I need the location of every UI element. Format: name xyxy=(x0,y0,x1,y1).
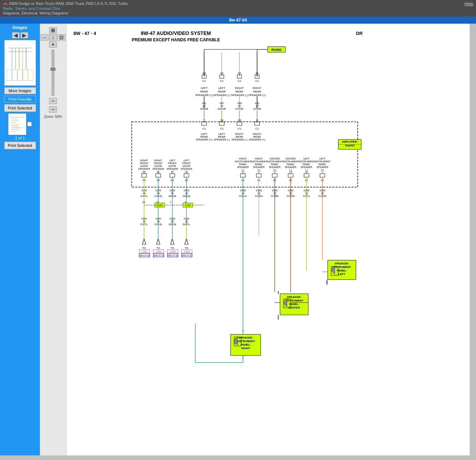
svg-text:C1: C1 xyxy=(202,127,206,130)
zoom-in-btn[interactable]: + xyxy=(49,41,57,48)
zoom-fit-height-btn[interactable]: ↕ xyxy=(49,34,57,41)
svg-text:INSTRUMENT: INSTRUMENT xyxy=(333,265,351,269)
svg-text:19: 19 xyxy=(238,119,241,122)
svg-text:LEFT: LEFT xyxy=(183,159,190,162)
svg-text:SPEAKER-: SPEAKER- xyxy=(287,295,302,299)
svg-text:PREMIUM EXCEPT HANDS FREE CAPA: PREMIUM EXCEPT HANDS FREE CAPABLE xyxy=(132,37,220,42)
svg-text:18: 18 xyxy=(157,220,160,223)
svg-text:11: 11 xyxy=(242,171,244,173)
svg-text:LEFT: LEFT xyxy=(201,86,208,90)
svg-text:18: 18 xyxy=(143,220,145,223)
svg-text:RIGHT: RIGHT xyxy=(242,347,250,350)
car-icon: 🚗 xyxy=(3,1,8,6)
svg-text:18: 18 xyxy=(171,220,174,223)
svg-text:INSTRUMENT: INSTRUMENT xyxy=(314,160,331,163)
svg-text:18: 18 xyxy=(171,192,174,195)
svg-text:C1: C1 xyxy=(255,127,259,130)
svg-text:11: 11 xyxy=(156,201,159,203)
svg-text:18: 18 xyxy=(203,72,206,75)
svg-text:8W - 47 - 4: 8W - 47 - 4 xyxy=(73,31,96,36)
svg-text:C1: C1 xyxy=(202,79,206,83)
svg-text:1: 1 xyxy=(186,171,187,173)
svg-text:DR: DR xyxy=(356,31,363,36)
svg-text:18: 18 xyxy=(157,192,160,195)
page-thumb-svg xyxy=(8,114,26,135)
svg-text:C1: C1 xyxy=(238,127,242,130)
svg-text:(8W-47-6): (8W-47-6) xyxy=(182,254,192,257)
page-thumbnail[interactable] xyxy=(8,113,26,135)
svg-text:SPEAKER: SPEAKER xyxy=(180,168,192,170)
svg-text:SPEAKER (+): SPEAKER (+) xyxy=(249,138,266,141)
svg-text:8W-47 AUDIO/VIDEO SYSTEM: 8W-47 AUDIO/VIDEO SYSTEM xyxy=(141,30,211,36)
svg-text:8: 8 xyxy=(157,171,159,173)
svg-text:1: 1 xyxy=(322,171,323,173)
svg-text:X200: X200 xyxy=(272,189,278,192)
svg-text:RIGHT: RIGHT xyxy=(255,157,263,160)
help-link[interactable]: Help xyxy=(464,1,473,6)
zoom-fit-width-btn[interactable]: ↔ xyxy=(41,34,48,41)
svg-text:GY/BR: GY/BR xyxy=(271,195,279,197)
svg-text:DG/OR: DG/OR xyxy=(218,108,226,110)
svg-text:PANEL: PANEL xyxy=(255,163,263,166)
svg-text:C304: C304 xyxy=(184,250,190,253)
print-selected-bottom-button[interactable]: Print Selected xyxy=(4,142,36,149)
zoom-actual-btn[interactable]: ⊡ xyxy=(58,34,65,41)
svg-text:RADIO: RADIO xyxy=(272,48,282,52)
svg-text:GY/YL: GY/YL xyxy=(141,223,148,226)
svg-text:RIGHT: RIGHT xyxy=(235,86,244,90)
more-images-button[interactable]: More Images xyxy=(4,87,36,94)
svg-text:FRONT: FRONT xyxy=(182,162,191,165)
svg-text:X298: X298 xyxy=(240,189,246,192)
nav-left-btn[interactable]: ◀ xyxy=(12,32,20,38)
svg-text:3: 3 xyxy=(274,171,275,173)
svg-text:GY/DB: GY/DB xyxy=(253,108,261,110)
svg-text:X51: X51 xyxy=(202,102,207,104)
zoom-nav-group: ↔ ↕ ⊡ xyxy=(41,34,65,41)
svg-text:DG/LB: DG/LB xyxy=(168,195,176,197)
svg-text:LEFT: LEFT xyxy=(319,157,326,160)
zoom-slider-track[interactable] xyxy=(52,50,54,96)
svg-text:SPEAKER (+): SPEAKER (+) xyxy=(248,94,266,97)
svg-text:X155: X155 xyxy=(169,217,175,220)
svg-text:INSTRUMENT: INSTRUMENT xyxy=(251,160,267,163)
svg-text:18: 18 xyxy=(305,192,308,195)
diagram-area[interactable]: 8W - 47 - 4 8W-47 AUDIO/VIDEO SYSTEM PRE… xyxy=(66,24,470,455)
svg-text:GY/YL: GY/YL xyxy=(303,195,310,197)
svg-text:12: 12 xyxy=(142,201,145,203)
print-friendly-button[interactable]: Print Friendly xyxy=(4,96,36,103)
svg-text:DOOR: DOOR xyxy=(183,165,190,167)
svg-text:LEFT: LEFT xyxy=(338,273,345,276)
right-scrollbar[interactable] xyxy=(470,24,476,455)
svg-text:SPEAKER-: SPEAKER- xyxy=(238,336,253,339)
svg-text:C220: C220 xyxy=(185,204,191,207)
svg-text:C301: C301 xyxy=(156,250,162,253)
svg-text:10: 10 xyxy=(305,171,308,173)
svg-text:INSTRUMENT: INSTRUMENT xyxy=(285,299,304,302)
svg-text:GY/DG: GY/DG xyxy=(255,195,263,197)
tab-label: 8w-47-04 xyxy=(229,18,247,23)
print-selected-top-button[interactable]: Print Selected xyxy=(4,104,36,112)
zoom-minus2-btn[interactable]: − xyxy=(49,106,57,113)
svg-text:DG/YL: DG/YL xyxy=(183,223,190,226)
svg-text:SPEAKER: SPEAKER xyxy=(269,166,280,168)
svg-text:C1: C1 xyxy=(220,127,224,130)
svg-text:2: 2 xyxy=(143,171,145,173)
diagram-thumbnail[interactable] xyxy=(4,40,36,86)
svg-text:RADIO: RADIO xyxy=(345,144,355,147)
zoom-out-btn[interactable]: − xyxy=(49,98,57,104)
svg-text:LEFT: LEFT xyxy=(169,159,175,162)
svg-text:18: 18 xyxy=(257,192,260,195)
nav-right-btn[interactable]: ▶ xyxy=(20,32,28,38)
svg-text:PANEL: PANEL xyxy=(303,163,311,166)
zoom-text: Zoom: xyxy=(44,115,54,119)
app-header: 🚗 2008 Dodge or Ram Truck RAM 2500 Truck… xyxy=(0,0,476,17)
svg-text:PANEL: PANEL xyxy=(319,163,327,166)
zoom-slider-thumb[interactable] xyxy=(50,68,55,71)
svg-text:SPEAKER: SPEAKER xyxy=(152,168,164,170)
sidebar: Images ◀ ▶ xyxy=(0,24,40,455)
page-select-checkbox[interactable] xyxy=(27,122,32,126)
fit-page-btn[interactable]: ⊞ xyxy=(49,27,57,34)
svg-text:(8W-47-6): (8W-47-6) xyxy=(153,254,163,257)
svg-text:18: 18 xyxy=(273,192,276,195)
svg-text:21: 21 xyxy=(256,72,259,75)
